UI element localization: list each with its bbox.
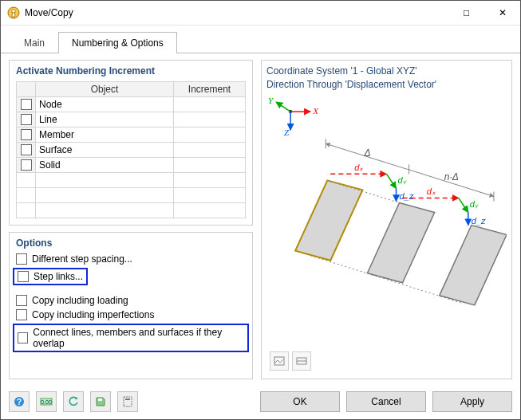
units-button[interactable]: 0,00 — [36, 391, 57, 412]
tab-strip: Main Numbering & Options — [1, 26, 520, 53]
checkbox[interactable] — [16, 309, 27, 320]
svg-marker-17 — [295, 180, 362, 260]
svg-text:Δ: Δ — [363, 147, 370, 159]
svg-text:dₓ: dₓ — [354, 163, 364, 172]
diagram-svg: X Y Z Δ n·Δ — [266, 94, 507, 374]
table-row: Line — [17, 112, 246, 128]
calculator-button[interactable] — [117, 391, 138, 412]
svg-point-1 — [12, 10, 15, 13]
table-row: Node — [17, 97, 246, 112]
svg-rect-41 — [98, 398, 102, 401]
svg-text:d_z: d_z — [400, 191, 414, 201]
right-column: Coordinate System '1 - Global XYZ' Direc… — [261, 60, 512, 379]
svg-text:n·Δ: n·Δ — [444, 171, 459, 183]
cancel-button[interactable]: Cancel — [346, 391, 426, 412]
svg-text:dᵧ: dᵧ — [398, 175, 407, 185]
row-increment[interactable] — [174, 128, 246, 143]
col-object: Object — [36, 82, 174, 97]
table-row: Solid — [17, 158, 246, 173]
footer: ? 0,00 OK Cancel Apply — [1, 384, 520, 419]
diagram-toolbar — [270, 351, 311, 371]
col-increment: Increment — [174, 82, 246, 97]
diagram: X Y Z Δ n·Δ — [266, 94, 507, 374]
svg-rect-43 — [125, 398, 130, 400]
help-button[interactable]: ? — [9, 391, 30, 412]
svg-rect-2 — [12, 13, 15, 17]
row-object: Surface — [36, 143, 174, 158]
row-checkbox[interactable] — [21, 144, 32, 155]
svg-marker-18 — [367, 202, 434, 282]
maximize-button[interactable]: □ — [448, 1, 484, 25]
table-row: Member — [17, 128, 246, 143]
window-title: Move/Copy — [25, 7, 73, 18]
svg-text:Y: Y — [268, 96, 274, 105]
preview-line2: Direction Through 'Displacement Vector' — [266, 79, 507, 91]
title-bar: Move/Copy □ ✕ — [1, 1, 520, 26]
row-increment[interactable] — [174, 97, 246, 112]
svg-marker-19 — [440, 226, 507, 305]
left-column: Activate Numbering Increment Object Incr… — [9, 60, 253, 379]
row-object: Member — [36, 128, 174, 143]
shape-copy — [367, 202, 434, 282]
svg-rect-42 — [124, 397, 132, 406]
diagram-picture-button[interactable] — [270, 351, 289, 371]
preview-group: Coordinate System '1 - Global XYZ' Direc… — [261, 60, 512, 379]
svg-text:X: X — [312, 106, 319, 116]
ok-button[interactable]: OK — [260, 391, 340, 412]
svg-text:dᵧ: dᵧ — [470, 199, 479, 209]
svg-rect-33 — [274, 357, 284, 365]
option-copy-loading: Copy including loading — [16, 295, 246, 306]
table-row-empty — [17, 203, 246, 218]
options-group: Options Different step spacing... Step l… — [9, 232, 253, 379]
apply-button[interactable]: Apply — [432, 391, 512, 412]
row-checkbox[interactable] — [21, 114, 32, 125]
dialog-window: Move/Copy □ ✕ Main Numbering & Options A… — [0, 0, 521, 420]
tab-numbering-options[interactable]: Numbering & Options — [58, 32, 177, 53]
options-group-title: Options — [16, 237, 246, 249]
numbering-table: Object Increment Node Line — [16, 81, 246, 218]
shape-original — [295, 180, 362, 260]
axis-triad: X Y Z — [268, 96, 319, 137]
row-checkbox[interactable] — [21, 129, 32, 140]
table-row-empty — [17, 188, 246, 203]
preview-line1: Coordinate System '1 - Global XYZ' — [266, 65, 507, 77]
close-button[interactable]: ✕ — [484, 1, 520, 25]
row-checkbox[interactable] — [21, 99, 32, 110]
checkbox[interactable] — [18, 332, 28, 343]
save-button[interactable] — [90, 391, 111, 412]
diagram-settings-button[interactable] — [292, 351, 311, 371]
svg-text:?: ? — [17, 398, 22, 406]
checkbox[interactable] — [18, 271, 29, 282]
dialog-body: Activate Numbering Increment Object Incr… — [1, 53, 520, 384]
row-object: Line — [36, 112, 174, 128]
numbering-group: Activate Numbering Increment Object Incr… — [9, 60, 253, 226]
refresh-button[interactable] — [63, 391, 84, 412]
svg-text:dₓ: dₓ — [427, 186, 436, 196]
svg-line-23 — [386, 174, 396, 188]
numbering-group-title: Activate Numbering Increment — [16, 65, 246, 77]
row-object: Node — [36, 97, 174, 112]
table-row-empty — [17, 173, 246, 188]
svg-text:d_z: d_z — [472, 216, 486, 226]
checkbox[interactable] — [16, 295, 27, 306]
shape-copy — [440, 226, 507, 305]
row-increment[interactable] — [174, 143, 246, 158]
row-increment[interactable] — [174, 158, 246, 173]
app-icon — [7, 6, 20, 19]
row-increment[interactable] — [174, 112, 246, 128]
option-connect-overlap: Connect lines, members and surfaces if t… — [18, 327, 244, 349]
table-row: Surface — [17, 143, 246, 158]
checkbox[interactable] — [16, 253, 27, 265]
row-object: Solid — [36, 158, 174, 173]
option-copy-imperfections: Copy including imperfections — [16, 309, 246, 320]
option-step-links: Step links... — [18, 271, 83, 282]
col-checkbox — [17, 82, 36, 97]
row-checkbox[interactable] — [21, 159, 32, 171]
svg-line-6 — [276, 102, 290, 112]
svg-text:0,00: 0,00 — [41, 399, 52, 405]
tab-main[interactable]: Main — [10, 32, 58, 53]
svg-line-29 — [459, 198, 468, 212]
option-different-step: Different step spacing... — [16, 253, 246, 265]
svg-text:Z: Z — [284, 128, 290, 137]
